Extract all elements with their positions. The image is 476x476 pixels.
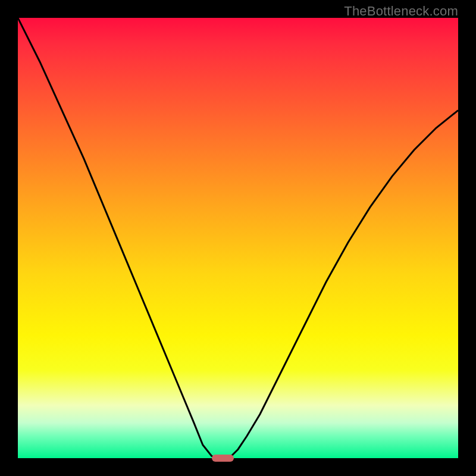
- left-curve: [18, 18, 216, 458]
- curve-layer: [18, 18, 458, 458]
- right-curve: [229, 110, 458, 458]
- outer-frame: TheBottleneck.com: [0, 0, 476, 476]
- watermark-text: TheBottleneck.com: [344, 4, 458, 19]
- bottleneck-marker: [212, 455, 234, 462]
- plot-area: [18, 18, 458, 458]
